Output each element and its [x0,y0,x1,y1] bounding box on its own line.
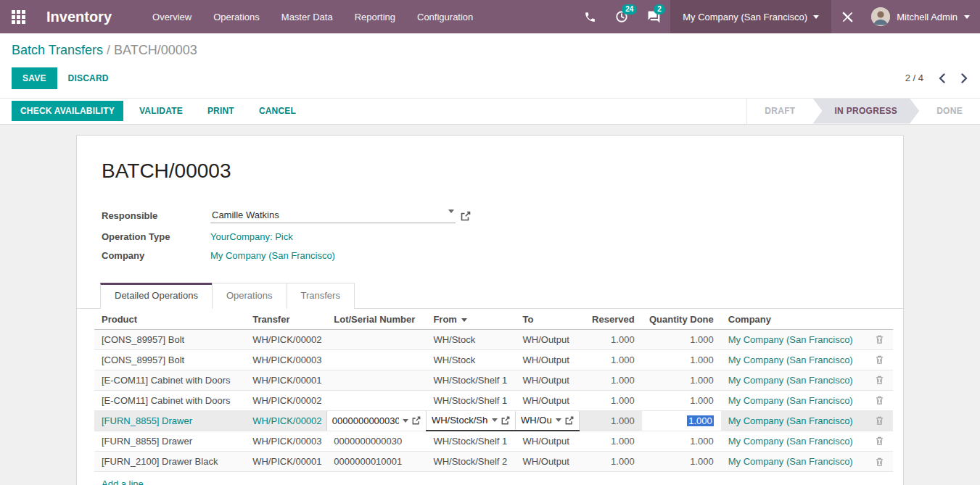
sort-descending-icon [461,318,467,322]
from-edit-cell[interactable]: WH/Stock/She [426,410,515,431]
breadcrumb: Batch Transfers/BATCH/00003 [12,43,968,59]
statusbar: DRAFT IN PROGRESS DONE [746,99,980,124]
menu-overview[interactable]: Overview [152,12,192,22]
breadcrumb-current: BATCH/00003 [114,43,197,57]
dropdown-caret-icon[interactable] [403,419,408,423]
form-sheet: BATCH/00003 Responsible Camille Watkins … [76,135,904,485]
to-edit-cell[interactable]: WH/Ou [516,410,580,431]
apps-menu-icon[interactable] [0,0,36,33]
status-draft[interactable]: DRAFT [747,99,812,124]
messages-icon[interactable]: 2 [638,0,670,33]
list-header-row: Product Transfer Lot/Serial Number From … [94,309,893,330]
field-group: Responsible Camille Watkins Operation Ty… [102,209,878,261]
dropdown-caret-icon[interactable] [556,418,561,422]
responsible-label: Responsible [102,210,210,221]
print-button[interactable]: PRINT [199,101,243,121]
status-done[interactable]: DONE [919,99,980,124]
table-row[interactable]: [CONS_89957] BoltWH/PICK/00002 WH/StockW… [94,329,893,349]
chevron-down-icon [813,15,819,19]
table-row[interactable]: [FURN_8855] DrawerWH/PICK/00003000000000… [94,431,893,452]
status-in-progress[interactable]: IN PROGRESS [812,99,919,124]
tab-detailed-operations[interactable]: Detailed Operations [100,283,213,309]
phone-icon[interactable] [575,0,606,33]
external-link-icon[interactable] [461,211,471,221]
pager-previous-icon[interactable] [938,73,946,83]
activity-count-badge: 24 [622,4,637,14]
menu-operations[interactable]: Operations [213,12,260,22]
operation-type-value[interactable]: YourCompany: Pick [210,231,293,242]
pager-count: 2 / 4 [905,72,923,83]
col-lot[interactable]: Lot/Serial Number [326,309,426,330]
company-label: Company [102,250,210,261]
dropdown-caret-icon[interactable] [492,418,498,422]
detailed-operations-list: Product Transfer Lot/Serial Number From … [94,309,893,485]
breadcrumb-separator: / [103,43,114,57]
validate-button[interactable]: VALIDATE [131,101,192,121]
control-panel: Batch Transfers/BATCH/00003 SAVE DISCARD… [0,33,980,98]
operation-type-label: Operation Type [102,231,210,242]
add-a-line-link[interactable]: Add a line [102,478,144,485]
col-transfer[interactable]: Transfer [245,309,326,330]
debug-tools-icon[interactable] [831,0,864,33]
delete-row-icon[interactable] [873,375,886,385]
table-row-selected[interactable]: [FURN_8855] Drawer WH/PICK/00002 0000000… [94,410,893,431]
breadcrumb-batch-transfers[interactable]: Batch Transfers [12,43,103,57]
notebook: Detailed Operations Operations Transfers… [77,283,903,485]
user-name: Mitchell Admin [897,12,958,22]
company-switcher[interactable]: My Company (San Francisco) [670,0,831,33]
discard-button[interactable]: DISCARD [57,67,120,89]
table-row[interactable]: [E-COM11] Cabinet with DoorsWH/PICK/0000… [94,370,893,390]
external-link-icon[interactable] [412,416,421,425]
save-button[interactable]: SAVE [12,67,57,89]
menu-master-data[interactable]: Master Data [281,12,333,22]
action-bar: CHECK AVAILABILITY VALIDATE PRINT CANCEL… [0,98,980,125]
activities-clock-icon[interactable]: 24 [606,0,638,33]
quantity-done-input[interactable]: 1.000 [642,410,721,431]
tab-transfers[interactable]: Transfers [287,283,355,309]
delete-row-icon[interactable] [873,415,886,426]
external-link-icon[interactable] [565,416,574,425]
col-quantity-done[interactable]: Quantity Done [642,309,721,330]
top-navbar: Inventory Overview Operations Master Dat… [0,0,980,33]
responsible-value: Camille Watkins [212,210,448,220]
menu-reporting[interactable]: Reporting [355,12,395,22]
main-menu: Overview Operations Master Data Reportin… [152,12,473,22]
col-product[interactable]: Product [94,309,245,330]
delete-row-icon[interactable] [873,334,886,344]
tab-operations[interactable]: Operations [212,283,287,309]
check-availability-button[interactable]: CHECK AVAILABILITY [12,101,123,121]
form-view: BATCH/00003 Responsible Camille Watkins … [0,125,980,485]
cancel-button[interactable]: CANCEL [250,101,305,121]
app-title[interactable]: Inventory [46,9,112,25]
delete-row-icon[interactable] [873,355,886,365]
message-count-badge: 2 [654,4,665,14]
pager-next-icon[interactable] [960,73,968,83]
dropdown-caret-icon[interactable] [448,210,454,213]
company-value[interactable]: My Company (San Francisco) [210,250,335,261]
col-to[interactable]: To [516,309,580,330]
external-link-icon[interactable] [501,416,510,425]
lot-edit-cell[interactable]: 0000000000030 [326,410,426,431]
user-menu[interactable]: Mitchell Admin [864,0,980,33]
delete-row-icon[interactable] [873,436,886,446]
table-row[interactable]: [E-COM11] Cabinet with DoorsWH/PICK/0000… [94,390,893,410]
record-title: BATCH/00003 [102,159,878,183]
company-switcher-label: My Company (San Francisco) [683,12,807,22]
col-company[interactable]: Company [721,309,866,330]
chevron-down-icon [964,15,970,19]
responsible-input[interactable]: Camille Watkins [210,209,456,223]
col-delete [866,309,893,330]
table-row[interactable]: [CONS_89957] BoltWH/PICK/00003 WH/StockW… [94,349,893,370]
pager: 2 / 4 [905,72,968,83]
col-from[interactable]: From [426,309,515,330]
delete-row-icon[interactable] [873,457,886,467]
table-row[interactable]: [FURN_2100] Drawer BlackWH/PICK/00001000… [94,452,893,472]
avatar [871,7,890,26]
delete-row-icon[interactable] [873,395,886,405]
col-reserved[interactable]: Reserved [580,309,642,330]
menu-configuration[interactable]: Configuration [417,12,473,22]
